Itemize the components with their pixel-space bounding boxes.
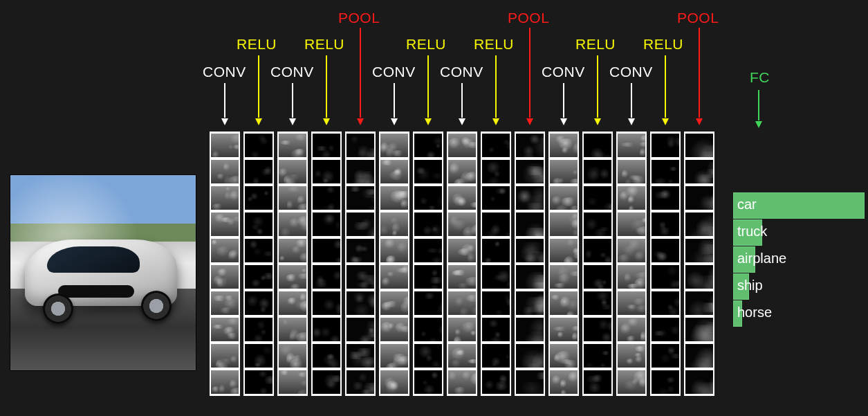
- fc-bar-label: ship: [737, 278, 763, 293]
- conv-label: CONV: [609, 64, 653, 80]
- activation-tile: [516, 212, 544, 236]
- activation-tile: [380, 344, 408, 368]
- activation-tile: [550, 186, 578, 210]
- activation-tile: [584, 370, 611, 394]
- activation-tile: [685, 134, 713, 157]
- pool-label: POOL: [338, 10, 380, 26]
- activation-tile: [482, 265, 510, 289]
- activation-tile: [584, 212, 611, 236]
- activation-tile: [211, 186, 239, 210]
- activation-tile: [584, 318, 611, 341]
- arrow-conv: [563, 83, 564, 125]
- activation-tile: [414, 160, 442, 183]
- activation-tile: [347, 370, 374, 394]
- activation-tile: [550, 265, 578, 289]
- activation-tile: [279, 344, 306, 368]
- activation-column-conv: [379, 132, 409, 396]
- activation-tile: [380, 291, 408, 315]
- activation-tile: [313, 344, 340, 368]
- activation-tile: [652, 265, 679, 289]
- activation-tile: [279, 265, 306, 289]
- activation-tile: [245, 370, 273, 394]
- fc-bar-row: airplane: [733, 246, 868, 273]
- activation-tile: [652, 291, 679, 315]
- activation-tile: [618, 291, 645, 315]
- activation-tile: [347, 239, 374, 262]
- activation-tile: [347, 265, 374, 289]
- activation-tile: [380, 239, 408, 262]
- arrow-relu: [495, 55, 497, 125]
- activation-column-conv: [210, 132, 240, 396]
- activation-tile: [652, 186, 679, 210]
- activation-tile: [550, 160, 578, 183]
- activation-tile: [448, 291, 476, 315]
- activation-tile: [685, 186, 713, 210]
- activation-tile: [618, 265, 645, 289]
- activation-tile: [245, 291, 273, 315]
- activation-tile: [652, 344, 679, 368]
- relu-label: RELU: [575, 36, 616, 53]
- car-wheel-rear: [43, 293, 73, 324]
- activation-tile: [584, 344, 611, 368]
- relu-label: RELU: [474, 36, 514, 53]
- activation-tile: [448, 186, 476, 210]
- activation-tile: [618, 212, 645, 236]
- activation-tile: [516, 160, 544, 183]
- activation-tile: [584, 239, 611, 262]
- activation-tile: [652, 370, 679, 394]
- activation-tile: [685, 370, 713, 394]
- activation-tile: [313, 291, 340, 315]
- arrow-relu: [326, 55, 327, 125]
- activation-tile: [482, 186, 510, 210]
- activation-tile: [584, 160, 611, 183]
- activation-tile: [584, 134, 611, 157]
- activation-column-relu: [311, 132, 342, 396]
- activation-tile: [211, 134, 239, 157]
- activation-tile: [245, 212, 273, 236]
- fc-bar-label: car: [737, 197, 757, 212]
- conv-label: CONV: [542, 64, 585, 80]
- activation-tile: [448, 318, 476, 341]
- activation-tile: [482, 370, 510, 394]
- activation-column-relu: [650, 132, 681, 396]
- activation-tile: [516, 291, 544, 315]
- activation-tile: [245, 344, 273, 368]
- activation-tile: [313, 265, 340, 289]
- activation-tile: [245, 318, 273, 341]
- activation-tile: [584, 291, 611, 315]
- activation-tile: [414, 318, 442, 341]
- activation-tile: [347, 291, 374, 315]
- fc-bar-row: ship: [733, 273, 868, 300]
- relu-label: RELU: [304, 36, 344, 53]
- activation-tile: [313, 370, 340, 394]
- activation-tile: [516, 318, 544, 341]
- activation-tile: [550, 212, 578, 236]
- activation-tile: [685, 160, 713, 183]
- activation-tile: [618, 370, 645, 394]
- activation-tile: [448, 265, 476, 289]
- activation-tile: [211, 318, 239, 341]
- activation-tile: [516, 186, 544, 210]
- activation-tile: [550, 291, 578, 315]
- conv-label: CONV: [440, 64, 483, 80]
- activation-tile: [380, 265, 408, 289]
- activation-tile: [380, 370, 408, 394]
- conv-label: CONV: [270, 64, 314, 80]
- relu-label: RELU: [237, 36, 277, 53]
- activation-tile: [313, 186, 340, 210]
- activation-tile: [414, 239, 442, 262]
- activation-tile: [347, 212, 374, 236]
- activation-tile: [347, 344, 374, 368]
- car-glass-shape: [47, 246, 140, 273]
- activation-tile: [279, 186, 306, 210]
- activation-tile: [414, 134, 442, 157]
- activation-tile: [652, 160, 679, 183]
- activation-tile: [414, 265, 442, 289]
- activation-tile: [652, 239, 679, 262]
- activation-tile: [211, 344, 239, 368]
- activation-tile: [448, 344, 476, 368]
- fc-bar-row: truck: [733, 219, 868, 246]
- pool-label: POOL: [677, 10, 719, 26]
- activation-tile: [279, 318, 306, 341]
- activation-tile: [245, 239, 273, 262]
